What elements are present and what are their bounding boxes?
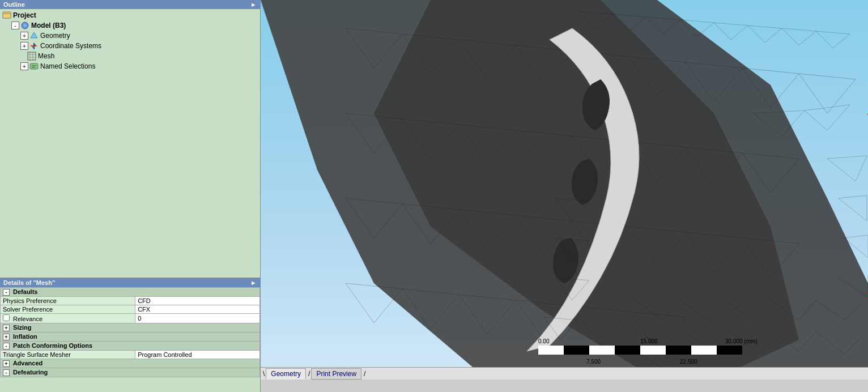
trailing-slash: / (364, 370, 365, 378)
section-inflation[interactable]: + Inflation (1, 333, 260, 342)
svg-rect-1 (3, 14, 11, 18)
physics-key: Physics Preference (1, 297, 135, 305)
svg-rect-190 (538, 346, 564, 355)
svg-rect-10 (28, 52, 36, 60)
advanced-expander[interactable]: + (3, 360, 10, 367)
coord-label: Coordinate Systems (40, 42, 101, 50)
coord-icon (29, 41, 39, 50)
geometry-expander[interactable]: + (20, 32, 28, 40)
tree-item-named-selections[interactable]: + Named Selections (0, 61, 260, 71)
svg-text:15.000: 15.000 (640, 338, 658, 344)
defaults-label: Defaults (13, 288, 37, 295)
mesh-visualization: 0.00 15.000 30.000 (mm) 7.500 22.500 (261, 0, 868, 380)
sizing-label: Sizing (13, 324, 31, 331)
section-patch-conforming[interactable]: - Patch Conforming Options (1, 342, 260, 351)
sizing-expander[interactable]: + (3, 325, 10, 331)
patch-expander[interactable]: - (3, 343, 10, 350)
inflation-label: Inflation (13, 333, 37, 340)
model-icon (20, 21, 29, 30)
section-advanced[interactable]: + Advanced (1, 359, 260, 368)
patch-label: Patch Conforming Options (13, 342, 92, 349)
outline-pin[interactable]: ► (250, 1, 257, 8)
named-sel-icon (29, 62, 39, 71)
outline-panel: Outline ► Project (0, 0, 261, 278)
svg-marker-4 (31, 32, 37, 38)
details-body: - Defaults Physics Preference CFD Solver… (0, 287, 260, 392)
solver-key: Solver Preference (1, 305, 135, 314)
model-label: Model (B3) (31, 22, 66, 29)
physics-val: CFD (135, 297, 260, 305)
mesh-icon (27, 52, 36, 61)
defeaturing-expander[interactable]: - (3, 369, 10, 376)
relevance-key: Relevance (1, 314, 135, 323)
row-physics-preference: Physics Preference CFD (1, 297, 260, 305)
svg-point-3 (23, 24, 27, 27)
mesh-label: Mesh (38, 52, 54, 60)
geometry-label: Geometry (40, 32, 70, 40)
details-title-text: Details of "Mesh" (3, 279, 55, 286)
slash-separator: / (308, 370, 310, 378)
tab-geometry[interactable]: Geometry (266, 368, 306, 380)
defeaturing-label: Defeaturing (13, 369, 48, 376)
details-table: - Defaults Physics Preference CFD Solver… (0, 287, 260, 377)
details-title-bar: Details of "Mesh" ► (0, 278, 260, 287)
viewport[interactable]: 0.00 15.000 30.000 (mm) 7.500 22.500 \ G… (261, 0, 868, 380)
svg-rect-191 (589, 346, 615, 355)
relevance-checkbox[interactable] (3, 314, 10, 321)
model-expander[interactable]: - (11, 22, 19, 29)
svg-marker-9 (36, 45, 37, 46)
triangle-key: Triangle Surface Mesher (1, 351, 135, 359)
row-solver-preference: Solver Preference CFX (1, 305, 260, 314)
tree-item-mesh[interactable]: Mesh (0, 51, 260, 61)
project-label: Project (13, 11, 36, 19)
backslash-separator: \ (263, 370, 265, 378)
tree-item-coordinate-systems[interactable]: + Coordinate Systems (0, 41, 260, 51)
svg-text:30.000 (mm): 30.000 (mm) (725, 338, 758, 344)
relevance-val: 0 (135, 314, 260, 323)
left-side: Outline ► Project (0, 0, 261, 392)
svg-rect-15 (30, 63, 38, 69)
section-sizing[interactable]: + Sizing (1, 323, 260, 333)
solver-val: CFX (135, 305, 260, 314)
svg-marker-8 (33, 42, 35, 44)
triangle-val: Program Controlled (135, 351, 260, 359)
outline-title: Outline (3, 1, 25, 8)
tab-print-preview[interactable]: Print Preview (311, 368, 361, 380)
section-defaults[interactable]: - Defaults (1, 288, 260, 297)
details-pin[interactable]: ► (250, 279, 257, 286)
viewport-tab-bar: \ Geometry / Print Preview / (261, 367, 868, 380)
right-side: 0.00 15.000 30.000 (mm) 7.500 22.500 \ G… (261, 0, 868, 392)
svg-rect-193 (691, 346, 717, 355)
svg-rect-192 (640, 346, 666, 355)
named-sel-expander[interactable]: + (20, 62, 28, 70)
outline-title-bar: Outline ► (0, 0, 260, 9)
tab-print-preview-label: Print Preview (316, 370, 356, 378)
tree-item-project[interactable]: Project (0, 10, 260, 20)
row-relevance: Relevance 0 (1, 314, 260, 323)
defaults-expander[interactable]: - (3, 289, 10, 296)
svg-text:7.500: 7.500 (586, 359, 601, 365)
details-panel: Details of "Mesh" ► - Defaults (0, 278, 261, 392)
project-icon (2, 11, 11, 20)
tree-item-model[interactable]: - Model (B3) (0, 20, 260, 31)
geometry-icon (29, 31, 39, 40)
outline-tree: Project - Model (B3) (0, 9, 260, 278)
app-wrapper: Outline ► Project (0, 0, 868, 392)
tab-geometry-label: Geometry (271, 370, 301, 378)
section-defeaturing[interactable]: - Defeaturing (1, 368, 260, 377)
inflation-expander[interactable]: + (3, 334, 10, 340)
coord-expander[interactable]: + (20, 42, 28, 50)
svg-text:22.500: 22.500 (680, 359, 697, 365)
named-sel-label: Named Selections (40, 62, 95, 70)
advanced-label: Advanced (13, 360, 43, 367)
row-triangle-mesher: Triangle Surface Mesher Program Controll… (1, 351, 260, 359)
tree-item-geometry[interactable]: + Geometry (0, 31, 260, 41)
svg-text:0.00: 0.00 (538, 338, 550, 344)
